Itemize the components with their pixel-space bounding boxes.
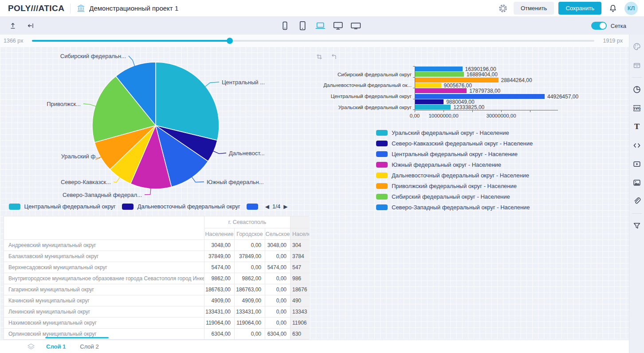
table-row[interactable]: Качинский муниципальный округ4909,004909… xyxy=(4,295,310,306)
collapse-left-icon[interactable] xyxy=(26,21,35,31)
bar-legend-item[interactable]: Приволжский федеральный округ - Населени… xyxy=(376,183,533,189)
table-column-header-partial[interactable]: Населе xyxy=(291,228,309,240)
pie-callout-line xyxy=(205,82,219,86)
bar[interactable] xyxy=(415,99,444,104)
user-avatar[interactable]: КЛ xyxy=(624,2,638,15)
y-axis-line xyxy=(415,66,415,110)
cancel-button[interactable]: Отменить xyxy=(514,2,554,15)
palette-icon[interactable] xyxy=(629,37,644,56)
pie-legend-item[interactable] xyxy=(247,204,258,210)
pie-callout-label: Приволжск... xyxy=(47,101,81,107)
y-axis-label: Дальневосточный федеральный ок... xyxy=(310,82,412,88)
device-tablet-icon[interactable] xyxy=(296,19,309,32)
table-column-header[interactable]: Городское xyxy=(235,228,265,240)
legend-swatch xyxy=(376,130,388,136)
bar-legend-item[interactable]: Северо-Западный федеральный округ - Насе… xyxy=(376,204,533,211)
app-logo: POLY///ATICA xyxy=(8,4,64,13)
bar[interactable] xyxy=(415,67,463,71)
pager-next-icon[interactable]: ▶ xyxy=(283,204,287,209)
device-laptop-icon[interactable] xyxy=(314,19,327,32)
table-horizontal-scrollbar[interactable] xyxy=(45,337,109,338)
value-cell-partial: 547 xyxy=(291,262,309,273)
dashboard-canvas[interactable]: Центральный ...Дальневост...Южный федера… xyxy=(0,47,629,340)
x-axis-tick xyxy=(472,110,473,112)
save-button[interactable]: Сохранить xyxy=(558,2,601,15)
legend-label: Сибирский федеральный округ - Население xyxy=(392,193,510,200)
bar-legend-item[interactable]: Дальневосточный федеральный округ - Насе… xyxy=(376,172,533,179)
value-cell-partial: 18676 xyxy=(291,284,309,295)
table-row[interactable]: Нахимовский муниципальный округ119064,00… xyxy=(4,318,310,329)
pie-legend-item[interactable]: Центральный федеральный округ xyxy=(9,203,116,210)
bar-legend-item[interactable]: Уральский федеральный округ - Население xyxy=(376,129,533,136)
x-axis-line xyxy=(415,110,558,110)
bar-legend-item[interactable]: Центральный федеральный округ - Населени… xyxy=(376,151,533,157)
bar[interactable] xyxy=(415,94,545,99)
table-row[interactable]: Гагаринский муниципальный округ186763,00… xyxy=(4,284,310,295)
slider-handle[interactable] xyxy=(227,38,233,44)
settings-icon[interactable] xyxy=(498,3,508,14)
row-label-cell: Ленинский муниципальный округ xyxy=(4,306,204,318)
legend-swatch xyxy=(376,151,388,157)
archive-icon[interactable] xyxy=(629,56,644,75)
table-row[interactable]: Балаклавский муниципальный округ37849,00… xyxy=(4,251,310,262)
legend-swatch xyxy=(376,141,388,146)
legend-swatch xyxy=(376,173,388,178)
pie-chart-icon[interactable] xyxy=(629,80,644,99)
bar[interactable] xyxy=(415,72,464,77)
legend-swatch xyxy=(376,194,388,200)
pie-callout-line xyxy=(213,151,226,154)
pager-page-indicator: 1/4 xyxy=(272,203,280,210)
y-axis-tick xyxy=(413,110,415,110)
device-tv-icon[interactable] xyxy=(349,19,362,32)
table-row[interactable]: Ленинский муниципальный округ133431,0013… xyxy=(4,306,310,318)
video-icon[interactable] xyxy=(629,155,644,173)
table-row[interactable]: Андреевский муниципальный округ3048,000,… xyxy=(4,240,310,251)
bar[interactable] xyxy=(415,105,451,110)
pie-legend-item[interactable]: Дальневосточный федеральный округ xyxy=(122,203,240,210)
pie-callout-line xyxy=(192,177,204,182)
viewport-width-slider[interactable] xyxy=(32,40,594,42)
device-phone-icon[interactable] xyxy=(278,19,291,32)
bar[interactable] xyxy=(415,78,499,82)
population-table: г. СевастопольНаселениеГородскоеСельское… xyxy=(4,216,309,340)
table-row[interactable]: Верхнесадовский муниципальный округ5474,… xyxy=(4,262,310,273)
pie-chart-widget[interactable]: Центральный ...Дальневост...Южный федера… xyxy=(4,50,293,213)
code-icon[interactable] xyxy=(629,136,644,155)
link-icon[interactable] xyxy=(629,192,644,211)
table-column-header[interactable]: Население xyxy=(204,228,235,240)
grid-toggle[interactable] xyxy=(591,22,607,30)
project-title[interactable]: Демонстрационный проект 1 xyxy=(89,4,178,12)
bar[interactable] xyxy=(415,83,441,88)
legend-swatch xyxy=(376,204,388,210)
bar-legend-item[interactable]: Сибирский федеральный округ - Население xyxy=(376,193,533,200)
image-icon[interactable] xyxy=(629,173,644,192)
table-column-header[interactable]: Сельское xyxy=(265,228,291,240)
upload-icon[interactable] xyxy=(8,21,18,31)
legend-label: Приволжский федеральный округ - Населени… xyxy=(392,183,517,189)
bar[interactable] xyxy=(415,88,467,93)
pager-prev-icon[interactable]: ◀ xyxy=(265,204,269,209)
bar-legend-item[interactable]: Южный федеральный округ - Население xyxy=(376,161,533,168)
bar-chart-widget[interactable]: 16390196,0016889404,0028844264,009005676… xyxy=(310,50,629,213)
filter-icon[interactable] xyxy=(629,216,644,235)
slider-fill xyxy=(32,40,230,42)
grid-toggle-label: Сетка xyxy=(611,23,626,29)
tab-layer-1[interactable]: Слой 1 xyxy=(46,343,66,350)
table-row[interactable]: Внутригородское муниципальное образовани… xyxy=(4,273,310,284)
layers-bar: Слой 1 Слой 2 xyxy=(0,340,629,353)
legend-label: Северо-Кавказский федеральный округ - На… xyxy=(392,140,533,147)
notifications-bell-icon[interactable] xyxy=(608,3,618,14)
table-group-header-partial xyxy=(291,216,309,228)
legend-swatch xyxy=(247,204,258,210)
device-desktop-icon[interactable] xyxy=(331,19,345,32)
svg-icon[interactable]: SVG xyxy=(629,99,644,118)
bar-legend-item[interactable]: Северо-Кавказский федеральный округ - На… xyxy=(376,140,533,147)
bar-chart-legend: Уральский федеральный округ - НаселениеС… xyxy=(376,129,533,211)
legend-swatch xyxy=(122,204,134,210)
tab-layer-2[interactable]: Слой 2 xyxy=(80,343,98,350)
text-icon[interactable]: T xyxy=(629,118,644,136)
data-table-widget[interactable]: г. СевастопольНаселениеГородскоеСельское… xyxy=(4,216,309,340)
value-cell-partial: 11906 xyxy=(291,318,309,329)
svg-text:SVG: SVG xyxy=(633,106,640,110)
bar-value-label: 44926457,00 xyxy=(547,94,578,99)
